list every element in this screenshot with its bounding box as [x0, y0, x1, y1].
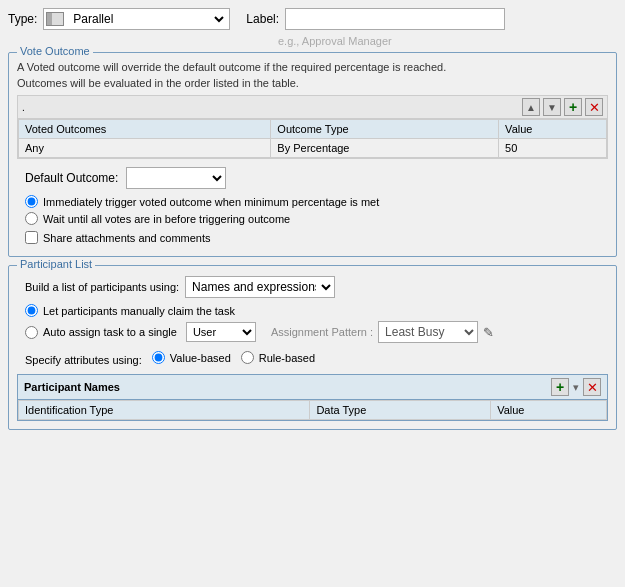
vote-outcome-section: Vote Outcome A Voted outcome will overri…	[8, 52, 617, 257]
build-participants-select[interactable]: Names and expressions	[185, 276, 335, 298]
participant-list-section: Participant List Build a list of partici…	[8, 265, 617, 430]
assign-type-select[interactable]: User	[186, 322, 256, 342]
add-vote-outcome-button[interactable]: +	[564, 98, 582, 116]
participant-table-title: Participant Names	[24, 381, 120, 393]
col-voted-outcomes: Voted Outcomes	[19, 120, 271, 139]
label-input[interactable]: Approver	[285, 8, 505, 30]
add-participant-button[interactable]: +	[551, 378, 569, 396]
radio-value-based-label: Value-based	[170, 352, 231, 364]
table-row: Any By Percentage 50	[19, 139, 607, 158]
vote-desc2: Outcomes will be evaluated in the order …	[17, 77, 608, 89]
radio-manual-claim[interactable]	[25, 304, 38, 317]
radio-auto-assign[interactable]	[25, 326, 38, 339]
move-up-button[interactable]: ▲	[522, 98, 540, 116]
specify-row: Specify attributes using: Value-based Ru…	[25, 351, 608, 368]
assign-radio-group: Let participants manually claim the task…	[25, 304, 608, 343]
vote-outcome-title: Vote Outcome	[17, 45, 93, 57]
participant-table-header: Participant Names + ▾ ✕	[18, 375, 607, 400]
col-value: Value	[499, 120, 607, 139]
parallel-icon	[46, 12, 64, 26]
voted-outcome-cell: Any	[19, 139, 271, 158]
default-outcome-label: Default Outcome:	[25, 171, 118, 185]
table-toolbar: . ▲ ▼ + ✕	[18, 96, 607, 119]
label-label: Label:	[246, 12, 279, 26]
toolbar-dot: .	[22, 102, 25, 113]
label-hint: e.g., Approval Manager	[278, 35, 392, 47]
radio-immediately[interactable]	[25, 195, 38, 208]
share-attachments-checkbox[interactable]	[25, 231, 38, 244]
radio-immediately-label: Immediately trigger voted outcome when m…	[43, 196, 379, 208]
type-label: Type:	[8, 12, 37, 26]
radio-rule-based-label: Rule-based	[259, 352, 315, 364]
separator: ▾	[573, 381, 579, 394]
build-participants-row: Build a list of participants using: Name…	[25, 276, 608, 298]
share-attachments-label: Share attachments and comments	[43, 232, 211, 244]
assignment-pattern-select[interactable]: Least Busy	[378, 321, 478, 343]
col-outcome-type: Outcome Type	[271, 120, 499, 139]
default-outcome-row: Default Outcome:	[25, 167, 608, 189]
build-label: Build a list of participants using:	[25, 281, 179, 293]
participant-list-title: Participant List	[17, 258, 95, 270]
col-identification-type: Identification Type	[19, 401, 310, 420]
default-outcome-select[interactable]	[126, 167, 226, 189]
participant-names-table-container: Participant Names + ▾ ✕ Identification T…	[17, 374, 608, 421]
assignment-pattern-label: Assignment Pattern :	[271, 326, 373, 338]
radio-auto-assign-label: Auto assign task to a single	[43, 326, 177, 338]
assignment-pattern-group: Assignment Pattern : Least Busy ✎	[271, 321, 494, 343]
radio-wait[interactable]	[25, 212, 38, 225]
participant-names-table: Identification Type Data Type Value	[18, 400, 607, 420]
col-data-type: Data Type	[310, 401, 491, 420]
vote-outcomes-table: Voted Outcomes Outcome Type Value Any By…	[18, 119, 607, 158]
radio-rule-based[interactable]	[241, 351, 254, 364]
type-select[interactable]: Parallel	[67, 9, 227, 29]
trigger-radio-group: Immediately trigger voted outcome when m…	[25, 195, 608, 225]
col-value: Value	[491, 401, 607, 420]
remove-participant-button[interactable]: ✕	[583, 378, 601, 396]
vote-desc1: A Voted outcome will override the defaul…	[17, 61, 608, 73]
radio-wait-label: Wait until all votes are in before trigg…	[43, 213, 290, 225]
remove-vote-outcome-button[interactable]: ✕	[585, 98, 603, 116]
edit-assignment-icon[interactable]: ✎	[483, 325, 494, 340]
specify-label: Specify attributes using:	[25, 354, 142, 366]
value-cell: 50	[499, 139, 607, 158]
share-attachments-row: Share attachments and comments	[25, 231, 608, 244]
radio-value-based[interactable]	[152, 351, 165, 364]
radio-manual-claim-label: Let participants manually claim the task	[43, 305, 235, 317]
move-down-button[interactable]: ▼	[543, 98, 561, 116]
outcome-type-cell: By Percentage	[271, 139, 499, 158]
vote-table-container: . ▲ ▼ + ✕ Voted Outcomes Outcome Type Va…	[17, 95, 608, 159]
participant-table-actions: + ▾ ✕	[551, 378, 601, 396]
